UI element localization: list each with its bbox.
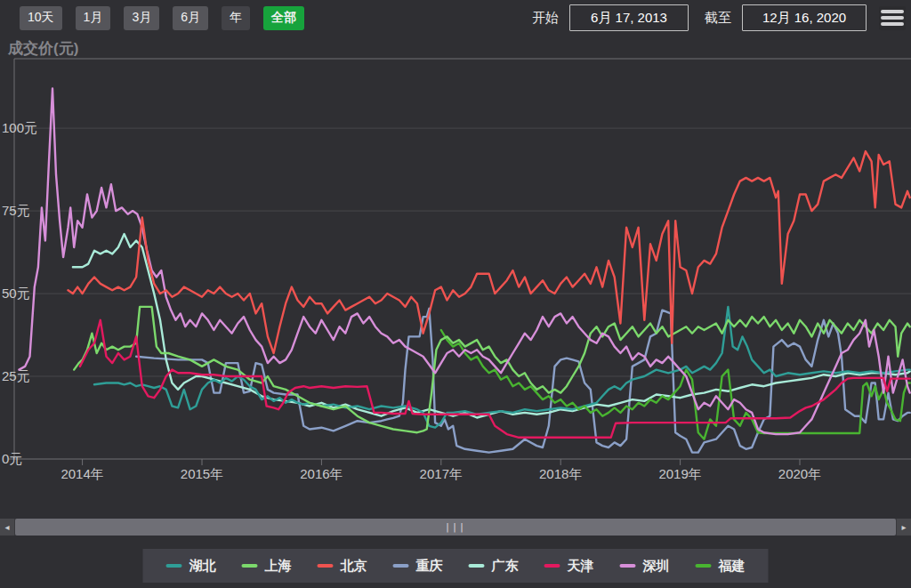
legend-label-beijing: 北京 xyxy=(341,558,367,575)
y-axis-label: 50元 xyxy=(2,286,30,301)
legend-item-tianjin[interactable]: 天津 xyxy=(544,558,594,575)
legend-label-tianjin: 天津 xyxy=(568,558,594,575)
legend-label-guangdong: 广东 xyxy=(492,558,519,575)
scrollbar-left-arrow-icon[interactable]: ◂ xyxy=(0,519,14,536)
date-range-inputs: 开始 截至 xyxy=(532,4,906,31)
legend-item-fujian[interactable]: 福建 xyxy=(696,558,746,575)
x-axis-label: 2019年 xyxy=(658,466,701,481)
legend-item-guangdong[interactable]: 广东 xyxy=(469,558,519,575)
legend-swatch-tianjin xyxy=(544,564,560,568)
x-axis-label: 2015年 xyxy=(181,466,223,481)
legend-item-shenzhen[interactable]: 深圳 xyxy=(620,558,670,575)
y-axis-label: 100元 xyxy=(2,120,37,135)
scrollbar-thumb[interactable]: ||| xyxy=(15,519,896,536)
x-axis-label: 2017年 xyxy=(420,466,463,481)
y-axis-label: 25元 xyxy=(2,368,30,383)
legend-item-shanghai[interactable]: 上海 xyxy=(242,558,292,575)
start-date-label: 开始 xyxy=(532,10,559,27)
scrollbar-grip-icon: ||| xyxy=(445,522,466,532)
chart-legend: 湖北上海北京重庆广东天津深圳福建 xyxy=(143,549,769,583)
range-button-year[interactable]: 年 xyxy=(222,6,250,30)
x-axis-label: 2018年 xyxy=(539,466,582,481)
legend-label-chongqing: 重庆 xyxy=(416,558,443,575)
legend-label-fujian: 福建 xyxy=(719,558,746,575)
legend-item-beijing[interactable]: 北京 xyxy=(318,558,367,575)
legend-label-shanghai: 上海 xyxy=(265,558,292,575)
price-chart: 0元25元50元75元100元2014年2015年2016年2017年2018年… xyxy=(0,36,911,507)
range-button-all[interactable]: 全部 xyxy=(263,6,304,30)
scrollbar-right-arrow-icon[interactable]: ▸ xyxy=(897,519,911,536)
legend-swatch-guangdong xyxy=(469,564,485,568)
legend-swatch-beijing xyxy=(318,564,334,568)
range-button-3m[interactable]: 3月 xyxy=(124,6,159,30)
range-button-6m[interactable]: 6月 xyxy=(173,6,208,30)
toolbar: 10天 1月 3月 6月 年 全部 开始 截至 xyxy=(0,0,911,36)
range-button-group: 10天 1月 3月 6月 年 全部 xyxy=(20,6,304,30)
y-axis-label: 0元 xyxy=(2,451,22,466)
hamburger-menu-icon[interactable] xyxy=(879,6,906,30)
series-line-tianjin[interactable] xyxy=(80,320,910,438)
end-date-input[interactable] xyxy=(742,4,867,31)
x-axis-label: 2016年 xyxy=(300,466,343,481)
legend-item-chongqing[interactable]: 重庆 xyxy=(393,558,443,575)
range-button-1m[interactable]: 1月 xyxy=(76,6,111,30)
legend-swatch-chongqing xyxy=(393,564,409,568)
legend-swatch-hubei xyxy=(166,564,182,568)
end-date-label: 截至 xyxy=(705,10,731,27)
range-button-10d[interactable]: 10天 xyxy=(20,6,62,30)
chart-scrollbar: ◂ ||| ▸ xyxy=(0,519,911,536)
series-group xyxy=(19,89,909,453)
legend-swatch-shenzhen xyxy=(620,564,636,568)
start-date-input[interactable] xyxy=(569,4,689,31)
legend-label-hubei: 湖北 xyxy=(189,558,216,575)
legend-label-shenzhen: 深圳 xyxy=(643,558,670,575)
x-axis-label: 2020年 xyxy=(778,466,821,481)
y-axis-label: 75元 xyxy=(2,203,30,218)
x-axis-label: 2014年 xyxy=(60,466,103,481)
legend-swatch-fujian xyxy=(696,564,712,568)
legend-item-hubei[interactable]: 湖北 xyxy=(166,558,216,575)
series-line-beijing[interactable] xyxy=(69,151,910,353)
legend-swatch-shanghai xyxy=(242,564,258,568)
